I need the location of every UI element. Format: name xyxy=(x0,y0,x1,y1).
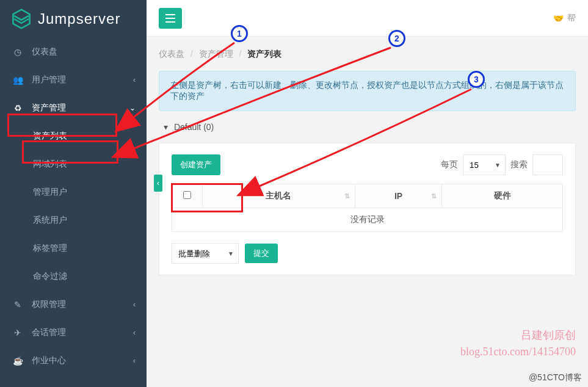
col-hardware[interactable]: 硬件 xyxy=(442,184,563,208)
tree-root-label: Default (0) xyxy=(174,122,214,132)
main: 仪表盘 / 资产管理 / 资产列表 左侧是资产树，右击可以新建、删除、更改树节点… xyxy=(147,37,588,387)
create-asset-button[interactable]: 创建资产 xyxy=(172,154,220,175)
nav-label: 资产列表 xyxy=(33,131,67,142)
nav-label: 管理用户 xyxy=(33,187,67,198)
topbar: 🤝 帮 xyxy=(147,0,588,37)
coffee-icon: ☕ xyxy=(12,356,23,366)
col-ip[interactable]: IP ⇅ xyxy=(355,184,442,208)
sidebar: Jumpserver ◷ 仪表盘 👥 用户管理 ‹ ♻ 资产管理 ⌄ 资产列表 … xyxy=(0,0,147,387)
nav-cmd-filter[interactable]: 命令过滤 xyxy=(0,262,147,291)
nav-assets[interactable]: ♻ 资产管理 ⌄ xyxy=(0,94,147,122)
nav-label: 会话管理 xyxy=(32,327,66,338)
nav-label: 网域列表 xyxy=(33,159,67,170)
table-empty-row: 没有记录 xyxy=(172,208,563,232)
help-label: 帮 xyxy=(567,13,576,24)
nav-label: 资产管理 xyxy=(32,103,66,114)
nav-users[interactable]: 👥 用户管理 ‹ xyxy=(0,66,147,94)
nav-system-user[interactable]: 系统用户 xyxy=(0,206,147,234)
edit-icon: ✎ xyxy=(12,300,23,309)
submit-button[interactable]: 提交 xyxy=(245,244,278,263)
nav-label: 标签管理 xyxy=(33,243,67,254)
nav-label: 用户管理 xyxy=(32,74,66,85)
logo-icon xyxy=(11,9,32,29)
chevron-left-icon: ‹ xyxy=(133,300,136,309)
bulk-action-select[interactable]: 批量删除 xyxy=(172,243,239,264)
breadcrumb-current: 资产列表 xyxy=(247,49,281,59)
perpage-label: 每页 xyxy=(441,159,458,170)
sort-icon: ⇅ xyxy=(344,192,350,200)
col-checkbox xyxy=(172,184,203,208)
info-banner: 左侧是资产树，右击可以新建、删除、更改树节点，授权资产也是以节点方式组织的，右侧… xyxy=(159,71,576,111)
handshake-icon: 🤝 xyxy=(553,13,564,23)
rocket-icon: ✈ xyxy=(12,328,23,338)
nav-domain-list[interactable]: 网域列表 xyxy=(0,150,147,178)
col-label: IP xyxy=(394,191,402,201)
users-icon: 👥 xyxy=(12,75,23,85)
info-text: 左侧是资产树，右击可以新建、删除、更改树节点，授权资产也是以节点方式组织的，右侧… xyxy=(170,80,564,101)
nav-asset-list[interactable]: 资产列表 xyxy=(0,122,147,150)
col-label: 硬件 xyxy=(494,190,511,200)
brand-text: Jumpserver xyxy=(38,10,120,27)
assets-icon: ♻ xyxy=(12,103,23,113)
nav-label: 权限管理 xyxy=(32,299,66,310)
col-hostname[interactable]: 主机名 ⇅ xyxy=(203,184,355,208)
search-input[interactable] xyxy=(532,154,563,175)
chevron-left-icon: ‹ xyxy=(133,76,136,84)
breadcrumb-sep: / xyxy=(191,49,193,59)
nav-label: 作业中心 xyxy=(32,355,66,366)
nav-admin-user[interactable]: 管理用户 xyxy=(0,178,147,206)
nav-tags[interactable]: 标签管理 xyxy=(0,234,147,262)
nav: ◷ 仪表盘 👥 用户管理 ‹ ♻ 资产管理 ⌄ 资产列表 网域列表 管理用户 xyxy=(0,38,147,375)
nav-perms[interactable]: ✎ 权限管理 ‹ xyxy=(0,291,147,319)
chevron-down-icon: ⌄ xyxy=(129,104,136,112)
nav-label: 仪表盘 xyxy=(32,46,57,57)
sort-icon: ⇅ xyxy=(431,192,437,200)
content: 🤝 帮 仪表盘 / 资产管理 / 资产列表 左侧是资产树，右击可以新建、删除、更… xyxy=(147,0,588,387)
nav-dashboard[interactable]: ◷ 仪表盘 xyxy=(0,38,147,66)
nav-sessions[interactable]: ✈ 会话管理 ‹ xyxy=(0,319,147,347)
toggle-sidebar-button[interactable] xyxy=(159,8,182,29)
chevron-left-icon: ‹ xyxy=(133,328,136,337)
perpage-select-wrap: 15 xyxy=(463,154,506,175)
chevron-left-icon: ‹ xyxy=(133,356,136,365)
tree-collapse-handle[interactable]: ‹ xyxy=(154,175,162,192)
asset-panel: 创建资产 每页 15 搜索 xyxy=(159,143,576,275)
nav-label: 命令过滤 xyxy=(33,271,67,282)
col-label: 主机名 xyxy=(266,190,291,200)
select-all-checkbox[interactable] xyxy=(183,191,191,199)
nav-jobs[interactable]: ☕ 作业中心 ‹ xyxy=(0,347,147,375)
nav-label: 系统用户 xyxy=(33,215,67,226)
search-label: 搜索 xyxy=(510,159,528,170)
perpage-select[interactable]: 15 xyxy=(463,154,506,175)
empty-text: 没有记录 xyxy=(172,208,563,232)
asset-table: 主机名 ⇅ IP ⇅ 硬件 xyxy=(172,184,563,232)
help-link[interactable]: 🤝 帮 xyxy=(553,13,576,24)
breadcrumb-item[interactable]: 仪表盘 xyxy=(159,49,184,59)
bulk-select-wrap: 批量删除 xyxy=(172,243,239,264)
tree-caret-icon: ▾ xyxy=(164,122,168,132)
breadcrumb: 仪表盘 / 资产管理 / 资产列表 xyxy=(159,49,576,60)
dashboard-icon: ◷ xyxy=(12,47,23,57)
breadcrumb-item[interactable]: 资产管理 xyxy=(199,49,233,59)
breadcrumb-sep: / xyxy=(239,49,242,59)
brand-logo: Jumpserver xyxy=(0,0,147,38)
bars-icon xyxy=(165,14,175,23)
asset-tree[interactable]: ▾ Default (0) xyxy=(164,122,576,132)
